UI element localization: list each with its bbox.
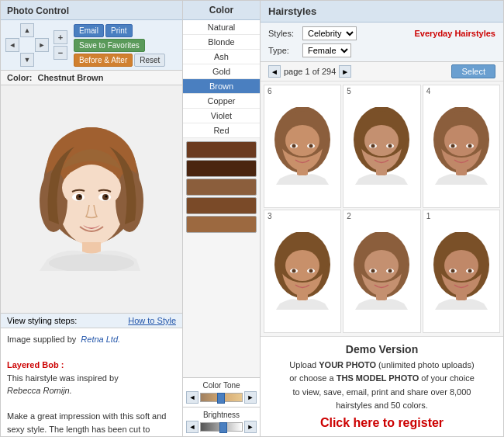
zoom-in-btn[interactable]: +: [54, 30, 67, 44]
bot-btn-row: Before & After Reset: [74, 54, 165, 67]
cell-number-6: 6: [268, 87, 272, 95]
color-item-red[interactable]: Red: [183, 123, 260, 138]
hairstyles-toolbar: Styles: Celebrity Short Medium Long Ever…: [261, 23, 503, 62]
brightness-section: Brightness ◄ ►: [183, 407, 260, 436]
description-area: Image supplied by Retna Ltd. Layered Bob…: [1, 328, 182, 436]
select-button[interactable]: Select: [451, 64, 495, 78]
hairstyle-img-3: [264, 210, 340, 332]
hairstyle-cell-2[interactable]: 2: [343, 210, 420, 333]
color-tone-label: Color Tone: [186, 381, 257, 390]
color-header-text: Color: [209, 5, 233, 16]
color-item-ash[interactable]: Ash: [183, 50, 260, 64]
color-item-violet[interactable]: Violet: [183, 109, 260, 123]
svg-point-62: [444, 250, 478, 281]
reset-button[interactable]: Reset: [134, 54, 165, 67]
svg-rect-49: [297, 293, 308, 300]
cell-number-3: 3: [268, 212, 272, 220]
arrow-left-btn[interactable]: ◄: [5, 38, 19, 52]
hairstyle-cell-5[interactable]: 5: [343, 85, 420, 208]
everyday-link[interactable]: Everyday Hairstyles: [414, 29, 495, 38]
before-after-button[interactable]: Before & After: [74, 54, 133, 67]
prev-page-btn[interactable]: ◄: [268, 65, 281, 78]
color-swatch-0[interactable]: [186, 141, 257, 158]
arrow-down-btn[interactable]: ▼: [20, 53, 34, 67]
demo-section: Demo Version Upload YOUR PHOTO (unlimite…: [261, 336, 503, 436]
photo-control-header: Photo Control: [1, 1, 182, 20]
svg-rect-58: [376, 293, 387, 300]
styling-steps-text: View styling steps:: [7, 316, 77, 325]
brightness-track[interactable]: [200, 422, 243, 432]
styling-steps-bar: View styling steps: How to Style: [1, 313, 182, 328]
brightness-right-btn[interactable]: ►: [244, 421, 257, 433]
left-panel: Photo Control ▲ ◄ ► ▼ + − Email Print Sa…: [1, 1, 183, 436]
hairstyle-img-5: [343, 85, 419, 207]
arrow-up-btn[interactable]: ▲: [20, 23, 34, 37]
color-item-copper[interactable]: Copper: [183, 94, 260, 109]
color-swatches: [183, 138, 260, 377]
type-select[interactable]: Female Male: [302, 43, 351, 57]
cell-number-1: 1: [426, 212, 431, 220]
retna-link[interactable]: Retna Ltd.: [81, 335, 120, 344]
color-tone-track[interactable]: [200, 393, 243, 402]
print-button[interactable]: Print: [105, 24, 133, 37]
color-swatch-4[interactable]: [186, 216, 257, 233]
color-value-text: Chestnut Brown: [37, 73, 103, 82]
register-link[interactable]: Click here to register: [270, 416, 494, 430]
hairstyle-cell-3[interactable]: 3: [264, 210, 341, 333]
cell-number-4: 4: [426, 87, 431, 95]
color-swatch-2[interactable]: [186, 179, 257, 196]
svg-point-35: [444, 125, 478, 156]
brightness-thumb[interactable]: [219, 422, 227, 433]
color-tone-thumb[interactable]: [217, 393, 225, 404]
color-item-natural[interactable]: Natural: [183, 20, 260, 35]
type-label: Type:: [268, 46, 298, 55]
description-body: Make a great impression with this soft a…: [7, 410, 176, 436]
hairstyle-cell-4[interactable]: 4: [423, 85, 500, 208]
zoom-btns: + −: [54, 30, 67, 60]
arrow-right-btn[interactable]: ►: [35, 38, 49, 52]
right-panel: Hairstyles Styles: Celebrity Short Mediu…: [261, 1, 503, 436]
hairstyle-cell-1[interactable]: 1: [423, 210, 500, 333]
color-label-row: Color: Chestnut Brown: [1, 71, 182, 85]
how-to-style-link[interactable]: How to Style: [128, 316, 176, 325]
celebrity-name: Rebecca Romijn.: [7, 386, 72, 395]
empty-cell2: [35, 23, 49, 37]
hairstyle-grid: 6 5 4: [261, 82, 503, 336]
color-label-text: Color:: [7, 73, 32, 82]
svg-point-65: [450, 269, 454, 273]
photo-control-title: Photo Control: [7, 5, 69, 16]
svg-point-26: [364, 125, 399, 156]
svg-point-66: [468, 269, 471, 273]
styles-select[interactable]: Celebrity Short Medium Long: [302, 26, 357, 40]
styles-row: Styles: Celebrity Short Medium Long Ever…: [268, 26, 495, 40]
hairstyle-img-1: [423, 210, 499, 332]
color-swatch-1[interactable]: [186, 160, 257, 177]
email-button[interactable]: Email: [74, 24, 104, 37]
zoom-out-btn[interactable]: −: [54, 46, 67, 60]
favorites-button[interactable]: Save to Favorites: [74, 39, 145, 52]
pagination-row: ◄ page 1 of 294 ► Select: [261, 62, 503, 82]
color-item-gold[interactable]: Gold: [183, 64, 260, 79]
svg-point-17: [285, 125, 319, 156]
color-item-brown[interactable]: Brown: [183, 79, 260, 94]
hairstyle-title: Layered Bob :: [7, 359, 176, 372]
hairstyle-img-6: [264, 85, 340, 207]
mid-btn-row: Save to Favorites: [74, 39, 165, 52]
color-tone-right-btn[interactable]: ►: [244, 391, 257, 404]
cell-number-2: 2: [347, 212, 351, 220]
svg-rect-22: [297, 168, 308, 175]
next-page-btn[interactable]: ►: [339, 65, 351, 78]
brightness-slider-row: ◄ ►: [186, 421, 257, 433]
empty-cell5: [35, 53, 49, 67]
svg-rect-40: [456, 168, 467, 175]
svg-point-57: [388, 269, 392, 273]
color-item-blonde[interactable]: Blonde: [183, 35, 260, 50]
hairstyle-cell-6[interactable]: 6: [264, 85, 341, 208]
color-tone-slider-section: Color Tone ◄ ►: [183, 378, 260, 407]
svg-point-53: [364, 250, 399, 281]
brightness-left-btn[interactable]: ◄: [186, 421, 198, 433]
color-tone-left-btn[interactable]: ◄: [186, 391, 198, 404]
color-swatch-3[interactable]: [186, 197, 257, 214]
color-panel-header: Color: [183, 1, 260, 20]
color-list: NaturalBlondeAshGoldBrownCopperVioletRed: [183, 20, 260, 138]
